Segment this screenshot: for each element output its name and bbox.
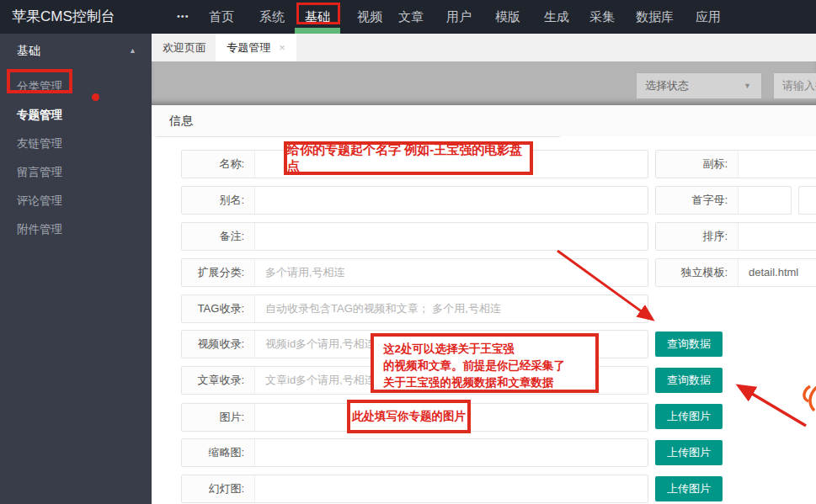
topnav-item-collect[interactable]: 采集 bbox=[589, 0, 615, 34]
sidebar-item-comment[interactable]: 评论管理 bbox=[0, 187, 152, 215]
first-letter-extra-field[interactable] bbox=[798, 186, 816, 215]
field-label: 排序: bbox=[656, 223, 739, 250]
alias-field[interactable] bbox=[255, 187, 648, 214]
annotation-collect-line1: 这2处可以选择关于王宝强 bbox=[383, 341, 595, 358]
annotation-name-tip: 给你的专题起个名字 例如-王宝强的电影盘点 bbox=[284, 141, 533, 175]
caret-up-icon: ▲ bbox=[129, 34, 136, 67]
topnav-item-article[interactable]: 文章 bbox=[398, 0, 424, 34]
field-label: 视频收录: bbox=[182, 331, 255, 358]
topnav-item-system[interactable]: 系统 bbox=[259, 0, 285, 34]
form-panel-header bbox=[152, 105, 816, 136]
subtitle-field[interactable] bbox=[739, 151, 816, 178]
form-row-alias: 别名: bbox=[181, 186, 648, 215]
sidebar-item-guestbook[interactable]: 留言管理 bbox=[0, 158, 152, 186]
tag-field[interactable]: 自动收录包含TAG的视频和文章； 多个用,号相连 bbox=[255, 295, 648, 322]
form-row-first-letter: 首字母: bbox=[655, 186, 792, 215]
form-row-thumbnail: 缩略图: bbox=[181, 438, 648, 467]
sort-field[interactable] bbox=[739, 223, 816, 250]
field-label: 副标: bbox=[656, 151, 739, 178]
topnav-item-generate[interactable]: 生成 bbox=[544, 0, 569, 34]
field-label: TAG收录: bbox=[182, 295, 255, 322]
sidebar-group-basic[interactable]: 基础 ▲ bbox=[0, 34, 152, 67]
form-row-remark: 备注: bbox=[181, 222, 648, 251]
panel-header-divider bbox=[156, 136, 560, 137]
upload-slide-button[interactable]: 上传图片 bbox=[655, 476, 723, 501]
form-row-sort: 排序: bbox=[655, 222, 816, 251]
sidebar-item-friendlink[interactable]: 友链管理 bbox=[0, 130, 152, 157]
field-label: 首字母: bbox=[656, 187, 739, 214]
field-label: 独立模板: bbox=[656, 259, 739, 286]
topnav-item-template[interactable]: 模版 bbox=[495, 0, 520, 34]
field-label: 扩展分类: bbox=[182, 259, 255, 286]
tab-info[interactable]: 信息 bbox=[169, 105, 193, 136]
tab-topic-manage[interactable]: 专题管理× bbox=[216, 34, 296, 61]
form-row-ext-category: 扩展分类: 多个请用,号相连 bbox=[181, 258, 648, 287]
tab-bar: 欢迎页面 专题管理× bbox=[152, 34, 816, 61]
tab-welcome[interactable]: 欢迎页面 bbox=[156, 34, 213, 61]
annotation-collect-tip: 这2处可以选择关于王宝强 的视频和文章。前提是你已经采集了 关于王宝强的视频数据… bbox=[371, 333, 599, 393]
active-nav-underline bbox=[295, 28, 340, 34]
tab-topic-label: 专题管理 bbox=[227, 41, 270, 54]
status-select[interactable]: 选择状态 ▼ bbox=[636, 72, 762, 99]
query-video-data-button[interactable]: 查询数据 bbox=[655, 332, 723, 357]
topnav-item-home[interactable]: 首页 bbox=[209, 0, 234, 34]
sidebar-group-label: 基础 bbox=[17, 44, 40, 57]
first-letter-field[interactable] bbox=[739, 187, 791, 214]
annotation-collect-line3: 关于王宝强的视频数据和文章数据 bbox=[383, 374, 595, 391]
app-title: 苹果CMS控制台 bbox=[12, 0, 115, 34]
chevron-down-icon: ▼ bbox=[744, 73, 751, 98]
field-label: 名称: bbox=[182, 151, 255, 178]
top-navbar: 苹果CMS控制台 ••• 首页 系统 基础 视频 文章 用户 模版 生成 采集 … bbox=[0, 0, 816, 34]
annotation-collect-line2: 的视频和文章。前提是你已经采集了 bbox=[383, 358, 595, 374]
field-label: 图片: bbox=[182, 404, 255, 431]
form-row-template: 独立模板: detail.html bbox=[655, 258, 816, 287]
annotation-redbox-category bbox=[7, 69, 72, 93]
maccms-admin-page: 苹果CMS控制台 ••• 首页 系统 基础 视频 文章 用户 模版 生成 采集 … bbox=[0, 0, 816, 504]
template-field[interactable]: detail.html bbox=[739, 259, 816, 286]
topnav-item-user[interactable]: 用户 bbox=[446, 0, 472, 34]
annotation-name-tip-text: 给你的专题起个名字 例如-王宝强的电影盘点 bbox=[287, 142, 530, 174]
topnav-item-video[interactable]: 视频 bbox=[357, 0, 382, 34]
topnav-item-app[interactable]: 应用 bbox=[696, 0, 721, 34]
form-row-slide: 幻灯图: bbox=[181, 475, 648, 503]
query-article-data-button[interactable]: 查询数据 bbox=[655, 368, 723, 393]
upload-thumbnail-button[interactable]: 上传图片 bbox=[655, 440, 723, 465]
tab-welcome-label: 欢迎页面 bbox=[163, 41, 206, 54]
status-select-label: 选择状态 bbox=[645, 79, 689, 92]
annotation-reddot bbox=[92, 93, 99, 101]
field-label: 幻灯图: bbox=[182, 475, 255, 502]
field-label: 别名: bbox=[182, 187, 255, 214]
field-label: 文章收录: bbox=[182, 367, 255, 394]
more-icon[interactable]: ••• bbox=[177, 0, 189, 32]
form-row-tag: TAG收录: 自动收录包含TAG的视频和文章； 多个用,号相连 bbox=[181, 294, 648, 323]
field-label: 缩略图: bbox=[182, 439, 255, 466]
sidebar: 基础 ▲ 分类管理 专题管理 友链管理 留言管理 评论管理 附件管理 bbox=[0, 34, 152, 504]
thumbnail-field[interactable] bbox=[255, 439, 648, 466]
slide-field[interactable] bbox=[255, 475, 648, 502]
sidebar-item-attachment[interactable]: 附件管理 bbox=[0, 215, 152, 243]
annotation-image-tip-text: 此处填写你专题的图片 bbox=[352, 409, 466, 424]
annotation-image-tip: 此处填写你专题的图片 bbox=[347, 400, 471, 433]
field-label: 备注: bbox=[182, 223, 255, 250]
ext-category-field[interactable]: 多个请用,号相连 bbox=[255, 259, 648, 286]
form-row-subtitle: 副标: bbox=[655, 150, 816, 178]
sidebar-item-topic[interactable]: 专题管理 bbox=[0, 101, 152, 129]
remark-field[interactable] bbox=[255, 223, 648, 250]
topnav-item-database[interactable]: 数据库 bbox=[636, 0, 674, 34]
upload-image-button[interactable]: 上传图片 bbox=[655, 404, 723, 429]
annotation-redbox-topnav-basic bbox=[296, 3, 340, 24]
close-icon[interactable]: × bbox=[279, 41, 285, 54]
search-input[interactable]: 请输入搜 bbox=[773, 72, 816, 99]
